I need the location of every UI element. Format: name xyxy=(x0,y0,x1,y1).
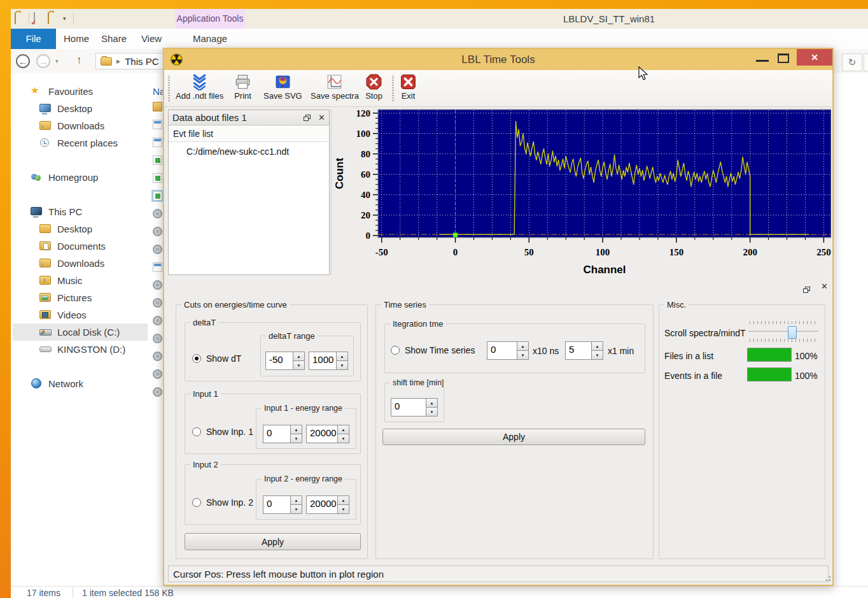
close-button[interactable]: ✕ xyxy=(797,49,832,66)
spin-up-icon[interactable]: ▲ xyxy=(337,352,347,361)
spin-up-icon[interactable]: ▲ xyxy=(517,342,528,351)
spin-down-icon[interactable]: ▼ xyxy=(517,351,528,359)
show-time-series-radio[interactable]: Show Time series xyxy=(391,345,475,355)
sidebar-item-desktop[interactable]: Desktop xyxy=(13,100,148,117)
exit-button[interactable]: Exit xyxy=(397,72,419,104)
file-icon[interactable] xyxy=(153,138,162,147)
sidebar-item-desktop[interactable]: Desktop xyxy=(13,220,148,238)
file-icon[interactable] xyxy=(153,298,162,308)
sidebar-item-videos[interactable]: Videos xyxy=(13,306,148,324)
sidebar-item-downloads[interactable]: Downloads xyxy=(13,255,148,272)
file-icon[interactable] xyxy=(153,155,162,165)
file-icon[interactable] xyxy=(153,102,162,111)
resize-grip[interactable] xyxy=(823,574,831,581)
file-icon[interactable] xyxy=(153,387,162,397)
sidebar-item-kingston-d-[interactable]: KINGSTON (D:) xyxy=(13,341,148,358)
input2-max-spinbox[interactable]: 20000 ▲▼ xyxy=(306,495,349,514)
minimize-button[interactable] xyxy=(756,60,769,62)
qat-new-folder-icon[interactable] xyxy=(48,13,59,23)
print-button[interactable]: Print xyxy=(232,72,254,104)
spin-up-icon[interactable]: ▲ xyxy=(291,496,302,505)
forward-button[interactable]: → xyxy=(36,54,50,68)
tab-file[interactable]: File xyxy=(11,29,56,49)
sidebar-item-downloads[interactable]: Downloads xyxy=(13,117,148,134)
file-icon[interactable] xyxy=(153,227,162,236)
file-icon[interactable] xyxy=(153,173,162,183)
input1-max-spinbox[interactable]: 20000 ▲▼ xyxy=(306,425,349,443)
toolbar-handle2[interactable] xyxy=(392,75,394,101)
file-icon[interactable] xyxy=(153,191,162,201)
file-icon[interactable] xyxy=(153,120,162,129)
file-icon[interactable] xyxy=(153,334,162,343)
toolbar-handle[interactable] xyxy=(168,75,170,101)
spin-down-icon[interactable]: ▼ xyxy=(291,505,302,513)
slider-groove[interactable] xyxy=(748,331,818,333)
recent-locations-caret-icon[interactable]: ▾ xyxy=(55,58,59,64)
radio-circle-icon[interactable] xyxy=(192,498,201,507)
spin-up-icon[interactable]: ▲ xyxy=(338,425,349,434)
file-icon[interactable] xyxy=(153,245,162,254)
spectrum-plot[interactable]: -50050100150200250020406080100120CountCh… xyxy=(333,106,831,280)
time-series-apply-button[interactable]: Apply xyxy=(382,429,645,445)
cuts-apply-button[interactable]: Apply xyxy=(185,533,361,550)
spin-up-icon[interactable]: ▲ xyxy=(338,496,349,505)
file-icon[interactable] xyxy=(153,262,162,272)
stop-button[interactable]: Stop xyxy=(363,72,385,104)
qat-properties-icon[interactable] xyxy=(34,13,45,23)
spin-down-icon[interactable]: ▼ xyxy=(338,505,349,513)
maximize-button[interactable] xyxy=(778,53,789,63)
spin-down-icon[interactable]: ▼ xyxy=(426,408,437,416)
evt-file-item[interactable]: C:/dime/new-sukc-cc1.ndt xyxy=(169,142,329,157)
file-icon[interactable] xyxy=(153,209,162,218)
save-svg-button[interactable]: Save SVG xyxy=(261,72,305,104)
sidebar-item-favourites[interactable]: Favourites xyxy=(13,83,148,100)
deltaT-min-spinbox[interactable]: -50 ▲▼ xyxy=(265,352,305,370)
spin-down-icon[interactable]: ▼ xyxy=(291,434,302,443)
file-icon[interactable] xyxy=(153,280,162,290)
sidebar-item-local-disk-c-[interactable]: Local Disk (C:) xyxy=(13,324,148,341)
refresh-button[interactable]: ↻ xyxy=(842,53,862,71)
show-inp1-radio[interactable]: Show Inp. 1 xyxy=(192,427,253,437)
sidebar-item-recent-places[interactable]: Recent places xyxy=(13,134,148,152)
input1-min-spinbox[interactable]: 0 ▲▼ xyxy=(263,425,302,443)
file-icon[interactable] xyxy=(153,316,162,325)
spin-down-icon[interactable]: ▼ xyxy=(337,361,347,369)
spin-up-icon[interactable]: ▲ xyxy=(592,342,603,351)
app-titlebar[interactable]: LBL Time Tools ✕ xyxy=(164,49,832,70)
file-icon[interactable] xyxy=(153,352,162,361)
spin-down-icon[interactable]: ▼ xyxy=(338,434,349,443)
tab-home[interactable]: Home xyxy=(60,29,92,49)
integration-value2-spinbox[interactable]: 5 ▲▼ xyxy=(565,341,603,360)
files-panel-titlebar[interactable]: Data about files 1 ✕ xyxy=(169,110,329,125)
deltaT-max-spinbox[interactable]: 1000 ▲▼ xyxy=(309,352,348,370)
sidebar-item-documents[interactable]: Documents xyxy=(13,238,148,255)
radio-circle-icon[interactable] xyxy=(391,346,400,355)
radio-circle-icon[interactable] xyxy=(192,427,201,436)
sidebar-item-homegroup[interactable]: Homegroup xyxy=(13,169,148,186)
dock-splitter[interactable] xyxy=(330,110,332,275)
scroll-spectra-slider[interactable] xyxy=(748,321,818,343)
back-button[interactable]: ← xyxy=(16,54,30,68)
input2-min-spinbox[interactable]: 0 ▲▼ xyxy=(263,495,302,514)
sidebar-item-this-pc[interactable]: This PC xyxy=(13,203,148,220)
spin-up-icon[interactable]: ▲ xyxy=(426,399,437,408)
save-spectra-button[interactable]: Save spectra xyxy=(308,72,361,104)
show-inp2-radio[interactable]: Show Inp. 2 xyxy=(192,497,253,508)
spin-up-icon[interactable]: ▲ xyxy=(291,425,302,434)
file-icon[interactable] xyxy=(153,369,162,379)
spin-up-icon[interactable]: ▲ xyxy=(293,352,304,361)
tab-share[interactable]: Share xyxy=(96,29,132,49)
qat-customize-caret-icon[interactable]: ▾ xyxy=(63,15,66,22)
add-ndt-files-button[interactable]: Add .ndt files xyxy=(173,72,226,104)
breadcrumb-location[interactable]: This PC xyxy=(125,56,158,67)
spin-down-icon[interactable]: ▼ xyxy=(293,361,304,369)
close-dock-icon[interactable]: ✕ xyxy=(821,283,828,290)
sidebar-item-pictures[interactable]: Pictures xyxy=(13,289,148,306)
float-dock-icon[interactable] xyxy=(803,287,810,293)
shift-time-spinbox[interactable]: 0 ▲▼ xyxy=(391,398,438,416)
spin-down-icon[interactable]: ▼ xyxy=(592,351,603,359)
tab-view[interactable]: View xyxy=(136,29,167,49)
sidebar-item-network[interactable]: Network xyxy=(13,375,148,392)
tab-manage[interactable]: Manage xyxy=(175,29,245,49)
integration-value1-spinbox[interactable]: 0 ▲▼ xyxy=(487,341,529,360)
